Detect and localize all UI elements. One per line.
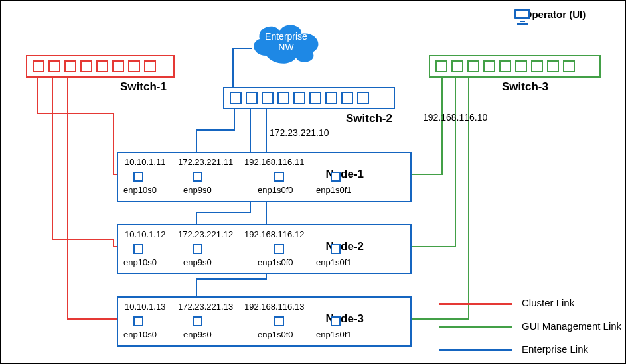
node2-if1-ip: 10.10.1.12 xyxy=(125,229,165,239)
switch3-port xyxy=(547,60,559,72)
switch3-port xyxy=(467,60,479,72)
switch2-port xyxy=(341,92,353,104)
node3-if3-port xyxy=(274,316,284,326)
enterprise-network-cloud: EnterpriseNW xyxy=(246,19,326,66)
switch2-port xyxy=(262,92,274,104)
node1-if1-name: enp10s0 xyxy=(123,185,157,195)
switch2-port xyxy=(325,92,337,104)
switch-2-ip: 172.23.221.10 xyxy=(270,127,329,138)
switch2-port xyxy=(309,92,321,104)
node1-if2-port xyxy=(193,172,202,182)
node3-if3-ip: 192.168.116.13 xyxy=(244,302,304,312)
legend-gui-text: GUI Management Link xyxy=(522,320,621,332)
switch-3-ip: 192.168.116.10 xyxy=(423,112,487,123)
node-3: Node-3 10.10.1.13 enp10s0 172.23.221.13 … xyxy=(117,296,412,347)
switch3-port xyxy=(435,60,447,72)
node1-if4-port xyxy=(331,172,341,182)
switch1-port xyxy=(48,60,60,72)
operator-ui: Operator (UI) xyxy=(512,7,598,20)
switch1-port xyxy=(112,60,124,72)
switch2-port xyxy=(230,92,242,104)
switch3-port xyxy=(499,60,511,72)
node-1: Node-1 10.10.1.11 enp10s0 172.23.221.11 … xyxy=(117,152,412,202)
cloud-label: EnterpriseNW xyxy=(246,31,326,52)
switch3-port xyxy=(563,60,575,72)
svg-rect-3 xyxy=(517,23,528,25)
node3-if1-port xyxy=(133,316,143,326)
node1-if3-port xyxy=(274,172,284,182)
legend-cluster-line xyxy=(439,303,512,305)
switch-3-label: Switch-3 xyxy=(502,80,548,93)
node1-if1-port xyxy=(133,172,143,182)
node-2: Node-2 10.10.1.12 enp10s0 172.23.221.12 … xyxy=(117,224,412,274)
switch-3 xyxy=(429,55,601,78)
node3-if4-port xyxy=(331,316,341,326)
node1-if2-name: enp9s0 xyxy=(183,185,212,195)
switch2-port xyxy=(246,92,258,104)
switch-1 xyxy=(26,55,175,78)
node3-if3-name: enp1s0f0 xyxy=(258,330,293,339)
node3-if4-name: enp1s0f1 xyxy=(316,330,352,339)
switch2-port xyxy=(293,92,305,104)
legend-cluster-text: Cluster Link xyxy=(522,297,574,308)
node3-if2-ip: 172.23.221.13 xyxy=(178,302,233,312)
switch1-port xyxy=(64,60,76,72)
node2-if3-name: enp1s0f0 xyxy=(258,257,293,267)
legend-gui-line xyxy=(439,326,512,328)
node3-if1-name: enp10s0 xyxy=(123,330,157,339)
switch-2 xyxy=(223,87,395,109)
node2-if4-name: enp1s0f1 xyxy=(316,257,352,267)
svg-rect-2 xyxy=(520,21,525,22)
switch3-port xyxy=(531,60,543,72)
node2-if2-port xyxy=(193,244,202,254)
node1-if2-ip: 172.23.221.11 xyxy=(178,157,233,167)
switch3-port xyxy=(483,60,495,72)
switch1-port xyxy=(96,60,108,72)
node2-if3-port xyxy=(274,244,284,254)
switch3-port xyxy=(451,60,463,72)
node1-if3-name: enp1s0f0 xyxy=(258,185,293,195)
switch3-port xyxy=(515,60,527,72)
legend-enterprise-text: Enterprise Link xyxy=(522,343,588,355)
switch1-port xyxy=(128,60,140,72)
node2-if1-port xyxy=(133,244,143,254)
node3-if2-name: enp9s0 xyxy=(183,330,212,339)
node2-if1-name: enp10s0 xyxy=(123,257,157,267)
switch1-port xyxy=(80,60,92,72)
switch-1-label: Switch-1 xyxy=(120,80,167,93)
switch1-port xyxy=(33,60,44,72)
switch-2-label: Switch-2 xyxy=(346,112,392,125)
node2-if2-ip: 172.23.221.12 xyxy=(178,229,233,239)
legend-enterprise-line xyxy=(439,349,512,351)
switch2-port xyxy=(357,92,369,104)
node2-if2-name: enp9s0 xyxy=(183,257,212,267)
node2-if3-ip: 192.168.116.12 xyxy=(244,229,304,239)
operator-label: Operator (UI) xyxy=(512,9,598,20)
switch1-port xyxy=(144,60,156,72)
node2-if4-port xyxy=(331,244,341,254)
switch2-port xyxy=(277,92,289,104)
node3-if2-port xyxy=(193,316,202,326)
node1-if3-ip: 192.168.116.11 xyxy=(244,157,304,167)
node1-if1-ip: 10.10.1.11 xyxy=(125,157,165,167)
node1-if4-name: enp1s0f1 xyxy=(316,185,352,195)
node3-if1-ip: 10.10.1.13 xyxy=(125,302,165,312)
